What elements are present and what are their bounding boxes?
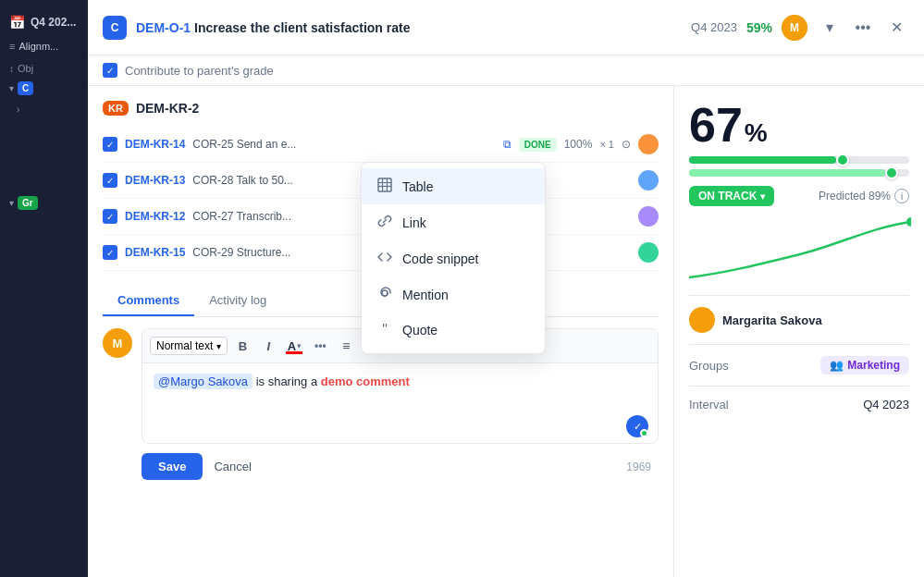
link-icon (376, 214, 393, 231)
task-id-2: DEM-KR-13 (125, 174, 185, 187)
menu-item-quote[interactable]: " Quote (362, 313, 545, 348)
menu-code-label: Code snippet (402, 252, 479, 266)
text-format-label: Normal text (156, 339, 213, 352)
stat-percent-symbol: % (745, 118, 768, 148)
chart-area (689, 217, 909, 282)
task-text-1: COR-25 Send an e... (192, 138, 495, 151)
sidebar-obj-row[interactable]: ↕ Obj (0, 59, 88, 78)
save-button[interactable]: Save (142, 453, 203, 480)
divider-2 (689, 344, 909, 345)
percent-display: 67 % (689, 101, 909, 149)
sub-header: Contribute to parent's grade (88, 55, 924, 86)
table-icon (376, 178, 393, 195)
predicted-track (689, 169, 909, 177)
task-multi-1: × 1 (599, 139, 614, 150)
sidebar-header: 📅 Q4 202... (0, 7, 88, 37)
italic-button[interactable]: I (257, 335, 279, 357)
more-options-button[interactable]: ••• (850, 15, 876, 41)
format-chevron-icon: ▾ (216, 341, 221, 351)
kr-title-row: KR DEM-KR-2 (103, 101, 659, 116)
task-checkbox-1[interactable] (103, 137, 117, 152)
sidebar-c-row[interactable]: ▾ C (0, 78, 88, 99)
insert-dropdown-menu: Table Link Code snippet Mention (361, 162, 546, 354)
code-icon (376, 250, 393, 267)
task-status-1: DONE (519, 138, 557, 152)
tab-comments[interactable]: Comments (103, 286, 194, 316)
menu-icon: ≡ (9, 41, 15, 52)
chevron-down-button[interactable]: ▾ (817, 15, 843, 41)
progress-fill (689, 156, 836, 164)
svg-point-2 (906, 217, 911, 227)
menu-quote-label: Quote (402, 323, 437, 338)
task-avatar-1 (638, 134, 659, 154)
task-avatar-2 (638, 170, 659, 190)
task-id-3: DEM-KR-12 (125, 210, 185, 223)
avatar-image: M (782, 15, 807, 41)
text-format-select[interactable]: Normal text ▾ (150, 337, 228, 355)
menu-item-code[interactable]: Code snippet (362, 240, 545, 276)
group-icon: 👥 (830, 359, 844, 372)
task-checkbox-4[interactable] (103, 245, 117, 260)
more-formatting-button[interactable]: ••• (309, 335, 331, 357)
char-count: 1969 (626, 460, 659, 473)
interval-row: Interval Q4 2023 (689, 398, 909, 411)
kr-badge: KR (103, 101, 129, 116)
menu-mention-label: Mention (402, 288, 449, 302)
info-icon[interactable]: i (894, 189, 909, 203)
sidebar-align-item[interactable]: ≡ Alignm... (0, 37, 88, 55)
color-button-wrapper[interactable]: A ▾ (283, 335, 305, 357)
task-id-4: DEM-KR-15 (125, 246, 185, 259)
c-badge: C (18, 81, 33, 95)
on-track-label: ON TRACK (698, 190, 757, 203)
external-link-icon-1[interactable]: ⧉ (503, 138, 511, 151)
menu-item-link[interactable]: Link (362, 204, 545, 240)
sidebar-expand-row[interactable]: › (0, 101, 88, 118)
task-checkbox-3[interactable] (103, 209, 117, 224)
header-title: DEM-O-1 Increase the client satisfaction… (136, 20, 682, 35)
task-percent-1: 100% (564, 138, 593, 151)
menu-item-mention[interactable]: Mention (362, 276, 545, 313)
bold-button[interactable]: B (231, 335, 253, 357)
online-indicator (640, 429, 648, 437)
on-track-badge[interactable]: ON TRACK ▾ (689, 186, 774, 206)
divider-1 (689, 295, 909, 296)
upload-icon-1: ⊙ (622, 138, 631, 151)
owner-row: Margarita Sakova (689, 307, 909, 333)
owner-avatar (689, 307, 715, 333)
right-panel: 67 % ON TRACK ▾ (674, 86, 924, 577)
contribute-checkbox[interactable] (103, 63, 117, 78)
tab-activity-log[interactable]: Activity log (194, 286, 281, 316)
task-checkbox-2[interactable] (103, 173, 117, 188)
editor-footer (142, 410, 658, 443)
bullet-list-button[interactable]: ≡ (335, 335, 357, 357)
sidebar-title: Q4 202... (31, 16, 76, 29)
header-actions: ▾ ••• ✕ (817, 15, 909, 41)
task-id-1: DEM-KR-14 (125, 138, 185, 151)
editor-content[interactable]: @Margo Sakova is sharing a demo comment (142, 363, 658, 410)
predicted-thumb[interactable] (885, 166, 898, 179)
menu-table-label: Table (402, 179, 433, 194)
close-button[interactable]: ✕ (883, 15, 909, 41)
header-quarter: Q4 2023 (691, 20, 737, 34)
status-row: ON TRACK ▾ Predicted 89% i (689, 186, 909, 206)
owner-name: Margarita Sakova (722, 313, 822, 327)
progress-thumb[interactable] (836, 153, 849, 166)
predicted-fill (689, 169, 885, 177)
sidebar-gr-row[interactable]: ▾ Gr (0, 192, 88, 214)
progress-track (689, 156, 909, 164)
interval-label: Interval (689, 398, 745, 411)
menu-item-table[interactable]: Table (362, 168, 545, 204)
commenter-avatar: M (103, 328, 132, 358)
chart-svg (689, 217, 911, 282)
demo-text-part: demo comment (321, 374, 410, 388)
table-row[interactable]: DEM-KR-14 COR-25 Send an e... ⧉ DONE 100… (103, 127, 659, 163)
header-title-main: Increase the client satisfaction rate (194, 20, 410, 35)
interval-value: Q4 2023 (863, 398, 909, 411)
progress-bar-container (689, 156, 909, 177)
cancel-button[interactable]: Cancel (203, 453, 262, 480)
gr-badge: Gr (18, 196, 38, 210)
status-chevron-icon: ▾ (760, 191, 765, 202)
svg-text:M: M (790, 21, 799, 34)
normal-text-part: is sharing a (256, 374, 321, 388)
task-avatar-4 (638, 242, 659, 263)
